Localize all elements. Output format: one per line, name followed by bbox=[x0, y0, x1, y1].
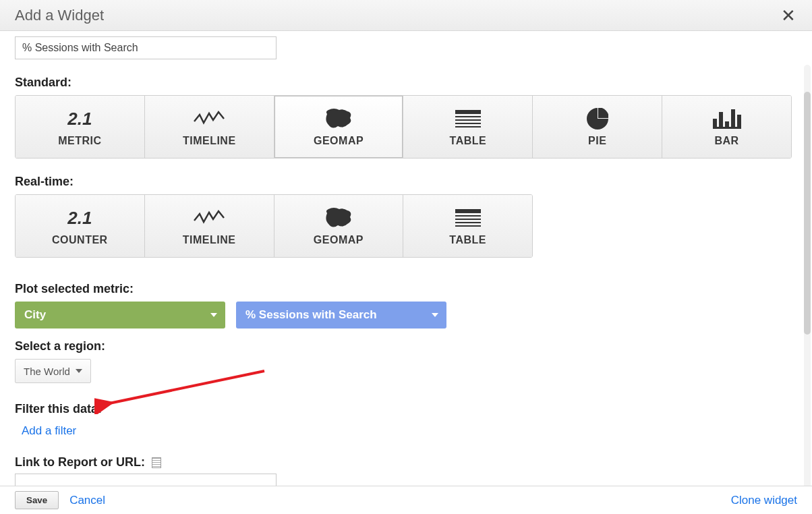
metric-value: % Sessions with Search bbox=[245, 308, 377, 322]
realtime-tile-row: 2.1 COUNTER TIMELINE GEOMAP TABLE bbox=[15, 194, 533, 258]
standard-heading: Standard: bbox=[15, 76, 797, 90]
link-heading: Link to Report or URL: bbox=[15, 455, 145, 469]
chevron-down-icon bbox=[432, 313, 438, 317]
tile-table[interactable]: TABLE bbox=[403, 96, 533, 158]
tile-label: PIE bbox=[588, 135, 606, 147]
geomap-icon bbox=[323, 107, 354, 131]
tile-geomap[interactable]: GEOMAP bbox=[274, 96, 404, 158]
metric-icon: 2.1 bbox=[67, 107, 92, 131]
filter-heading: Filter this data: bbox=[15, 402, 797, 416]
dialog-footer: Save Cancel Clone widget bbox=[0, 486, 812, 514]
save-button[interactable]: Save bbox=[15, 491, 59, 509]
scrollbar[interactable] bbox=[804, 65, 811, 486]
region-select[interactable]: The World bbox=[15, 359, 91, 383]
clone-widget-link[interactable]: Clone widget bbox=[731, 494, 797, 507]
dialog-title: Add a Widget bbox=[15, 7, 104, 24]
tile-label: GEOMAP bbox=[314, 135, 364, 147]
tile-label: TABLE bbox=[449, 234, 486, 246]
pie-icon bbox=[587, 107, 608, 131]
tile-label: TIMELINE bbox=[183, 234, 236, 246]
report-url-input[interactable] bbox=[15, 474, 277, 486]
table-icon bbox=[455, 206, 481, 230]
tile-geomap-rt[interactable]: GEOMAP bbox=[274, 195, 404, 257]
widget-name-input[interactable] bbox=[15, 36, 277, 59]
tile-table-rt[interactable]: TABLE bbox=[403, 195, 532, 257]
tile-pie[interactable]: PIE bbox=[533, 96, 662, 158]
timeline-icon bbox=[193, 206, 225, 230]
tile-timeline-rt[interactable]: TIMELINE bbox=[145, 195, 274, 257]
realtime-heading: Real-time: bbox=[15, 175, 797, 189]
dialog-body: Standard: 2.1 METRIC TIMELINE GEOMAP TA bbox=[0, 31, 812, 486]
tile-timeline[interactable]: TIMELINE bbox=[145, 96, 274, 158]
chevron-down-icon bbox=[76, 369, 82, 373]
tile-label: TIMELINE bbox=[183, 135, 236, 147]
dialog-titlebar: Add a Widget ✕ bbox=[0, 0, 812, 31]
table-icon bbox=[455, 107, 481, 131]
region-heading: Select a region: bbox=[15, 339, 797, 353]
add-filter-link[interactable]: Add a filter bbox=[22, 424, 76, 438]
tile-metric[interactable]: 2.1 METRIC bbox=[16, 96, 145, 158]
scrollbar-thumb[interactable] bbox=[804, 92, 811, 335]
dimension-select[interactable]: City bbox=[15, 302, 225, 329]
tile-label: GEOMAP bbox=[314, 234, 364, 246]
report-icon bbox=[152, 457, 161, 468]
plot-heading: Plot selected metric: bbox=[15, 282, 797, 296]
region-value: The World bbox=[24, 366, 70, 377]
close-icon[interactable]: ✕ bbox=[777, 4, 800, 27]
tile-label: TABLE bbox=[450, 135, 487, 147]
standard-tile-row: 2.1 METRIC TIMELINE GEOMAP TABLE bbox=[15, 95, 792, 159]
tile-label: METRIC bbox=[58, 135, 101, 147]
chevron-down-icon bbox=[210, 313, 217, 317]
bar-icon bbox=[713, 107, 741, 131]
cancel-link[interactable]: Cancel bbox=[69, 494, 105, 507]
tile-bar[interactable]: BAR bbox=[662, 96, 791, 158]
tile-counter[interactable]: 2.1 COUNTER bbox=[16, 195, 145, 257]
metric-icon: 2.1 bbox=[67, 206, 92, 230]
dimension-value: City bbox=[24, 308, 46, 322]
tile-label: COUNTER bbox=[52, 234, 108, 246]
tile-label: BAR bbox=[714, 135, 738, 147]
geomap-icon bbox=[323, 206, 354, 230]
timeline-icon bbox=[193, 107, 225, 131]
metric-select[interactable]: % Sessions with Search bbox=[236, 302, 446, 329]
